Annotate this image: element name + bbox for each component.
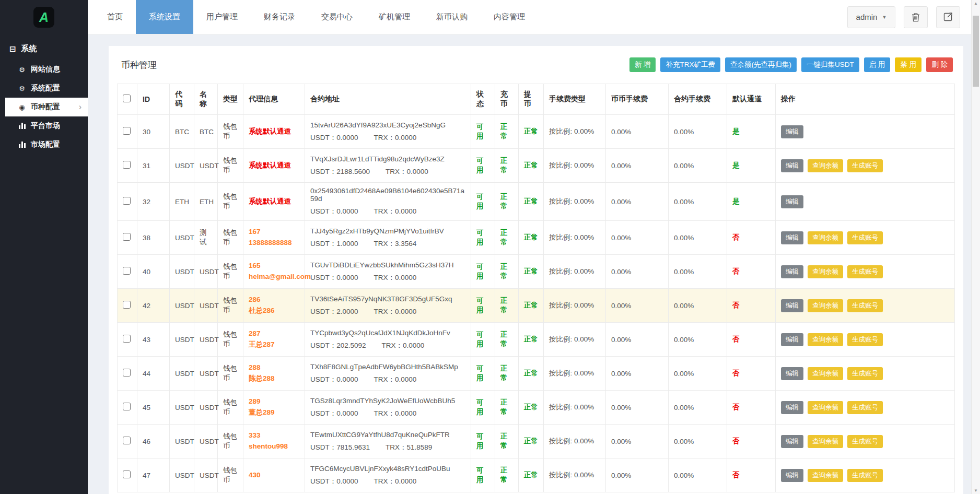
generate-account-button[interactable]: 生成账号	[847, 401, 883, 414]
app-window: A ⊟ 系统 ⚙网站信息›⚙系统配置›◉币种配置›平台市场›市场配置› 首页系统…	[0, 0, 972, 494]
agent-info-line: 288	[249, 362, 299, 373]
cell-status: 可用	[471, 425, 495, 458]
nav-tab-5[interactable]: 矿机管理	[366, 0, 423, 34]
row-checkbox[interactable]	[123, 335, 131, 343]
status-badge: 可用	[476, 229, 484, 246]
edit-button[interactable]: 编辑	[781, 231, 803, 244]
agent-info-line: 系统默认通道	[249, 126, 299, 137]
disable-button[interactable]: 禁 用	[895, 57, 921, 72]
edit-button[interactable]: 编辑	[781, 435, 803, 448]
cell-coin-fee: 0.00%	[606, 357, 669, 391]
generate-account-button[interactable]: 生成账号	[847, 159, 883, 172]
window-scrollbar[interactable]: ▲ ▼	[971, 0, 980, 494]
usdt-balance-value: 0.0000	[336, 477, 358, 485]
nav-tab-1[interactable]: 系统设置	[136, 0, 193, 34]
generate-account-button[interactable]: 生成账号	[847, 469, 883, 482]
sidebar-item-4[interactable]: 市场配置›	[0, 135, 88, 154]
sidebar-item-1[interactable]: ⚙系统配置›	[0, 79, 88, 98]
row-checkbox[interactable]	[123, 161, 131, 169]
cell-default-channel: 否	[727, 458, 776, 492]
edit-button[interactable]: 编辑	[781, 125, 803, 138]
logo-icon: A	[33, 7, 54, 28]
deposit-status: 正常	[500, 331, 508, 348]
supplement-trx-fee-button[interactable]: 补充TRX矿工费	[660, 57, 720, 72]
row-checkbox[interactable]	[123, 403, 131, 410]
edit-button[interactable]: 编辑	[781, 333, 803, 346]
edit-button[interactable]: 编辑	[781, 469, 803, 482]
cell-contract-address: 0x25493061dfD2468Ae09B6104e602430e5B71a5…	[305, 183, 471, 221]
generate-account-button[interactable]: 生成账号	[847, 265, 883, 278]
user-menu-label: admin	[856, 13, 878, 21]
contract-address: 15tvArU26A3dYf9A923xUE3Cyoj2eSbNgG	[310, 121, 465, 129]
row-checkbox[interactable]	[123, 267, 131, 275]
query-balance-button[interactable]: 查询余额	[808, 159, 843, 172]
query-balance-button[interactable]: 查询余额	[808, 367, 843, 380]
cell-code: USDT	[170, 255, 194, 289]
row-checkbox[interactable]	[123, 437, 131, 444]
sidebar-section-system[interactable]: ⊟ 系统	[0, 34, 88, 60]
cell-coin-fee: 0.00%	[606, 425, 669, 458]
query-balance-button[interactable]: 查询余额	[808, 231, 843, 244]
nav-tab-7[interactable]: 内容管理	[481, 0, 538, 34]
row-checkbox[interactable]	[123, 197, 131, 205]
agent-info-line: 王总287	[249, 339, 299, 350]
select-all-checkbox[interactable]	[123, 95, 131, 102]
scroll-down-icon[interactable]: ▼	[972, 488, 980, 493]
delete-button[interactable]: 删 除	[926, 57, 953, 72]
row-checkbox[interactable]	[123, 369, 131, 377]
cell-coin-fee: 0.00%	[606, 391, 669, 425]
edit-button[interactable]: 编辑	[781, 401, 803, 414]
trash-button[interactable]	[904, 6, 928, 28]
cell-status: 可用	[471, 458, 495, 492]
query-balance-button[interactable]: 查询余额	[808, 299, 843, 312]
generate-account-button[interactable]: 生成账号	[847, 333, 883, 346]
query-balance-button[interactable]: 查询余额	[808, 435, 843, 448]
query-balance-button[interactable]: 查询余额	[808, 265, 843, 278]
generate-account-button[interactable]: 生成账号	[847, 435, 883, 448]
edit-button[interactable]: 编辑	[781, 195, 803, 208]
user-menu[interactable]: admin ▼	[847, 6, 895, 28]
generate-account-button[interactable]: 生成账号	[847, 299, 883, 312]
nav-tab-0[interactable]: 首页	[94, 0, 136, 34]
row-checkbox[interactable]	[123, 233, 131, 241]
query-balance-button[interactable]: 查询余额	[808, 333, 843, 346]
scrollbar-thumb[interactable]	[973, 16, 979, 87]
edit-button[interactable]: 编辑	[781, 367, 803, 380]
cell-agent-info: 16713888888888	[243, 221, 305, 255]
generate-account-button[interactable]: 生成账号	[847, 367, 883, 380]
collect-usdt-button[interactable]: 一键归集USDT	[801, 57, 859, 72]
row-checkbox[interactable]	[123, 127, 131, 135]
add-button[interactable]: 新 增	[629, 57, 656, 72]
sidebar-item-2[interactable]: ◉币种配置›	[5, 98, 88, 116]
enable-button[interactable]: 启 用	[864, 57, 891, 72]
cell-id: 43	[137, 323, 170, 357]
balance-line: USDT：0.0000TRX：0.0000	[310, 477, 465, 486]
trx-balance-value: 0.0000	[395, 409, 416, 417]
edit-button[interactable]: 编辑	[781, 265, 803, 278]
cell-contract-fee: 0.00%	[669, 289, 727, 323]
deposit-status: 正常	[500, 263, 508, 280]
nav-tab-4[interactable]: 交易中心	[308, 0, 366, 34]
cell-actions: 编辑查询余额生成账号	[776, 289, 955, 323]
cell-actions: 编辑查询余额生成账号	[776, 425, 955, 458]
nav-tab-2[interactable]: 用户管理	[193, 0, 251, 34]
usdt-balance-value: 2188.5600	[336, 168, 370, 175]
row-checkbox[interactable]	[123, 301, 131, 309]
query-balance-button[interactable]: 查询余额	[808, 401, 843, 414]
edit-button[interactable]: 编辑	[781, 299, 803, 312]
row-checkbox[interactable]	[123, 471, 131, 478]
logout-button[interactable]	[936, 6, 960, 28]
cell-fee-type: 按比例: 0.00%	[544, 255, 606, 289]
scroll-up-icon[interactable]: ▲	[972, 1, 980, 6]
check-balance-button[interactable]: 查余额(先查再归集)	[725, 57, 797, 72]
nav-tab-3[interactable]: 财务记录	[251, 0, 308, 34]
edit-button[interactable]: 编辑	[781, 159, 803, 172]
generate-account-button[interactable]: 生成账号	[847, 231, 883, 244]
withdraw-status: 正常	[524, 197, 538, 205]
nav-tab-6[interactable]: 新币认购	[423, 0, 481, 34]
usdt-balance-label: USDT：	[310, 240, 336, 248]
query-balance-button[interactable]: 查询余额	[808, 469, 843, 482]
sidebar-item-0[interactable]: ⚙网站信息›	[0, 60, 88, 79]
deposit-status: 正常	[500, 157, 508, 174]
sidebar-item-3[interactable]: 平台市场›	[0, 116, 88, 135]
